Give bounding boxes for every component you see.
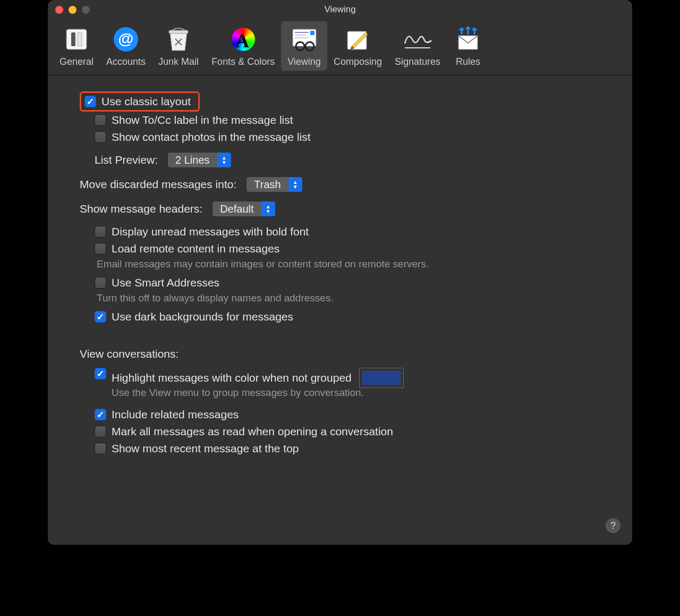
highlight-color-checkbox[interactable] (95, 368, 106, 379)
dark-backgrounds-checkbox[interactable] (95, 311, 106, 323)
svg-rect-0 (66, 29, 87, 49)
view-conversations-label: View conversations: (80, 348, 600, 360)
load-remote-description: Email messages may contain images or con… (97, 258, 600, 270)
smart-addresses-checkbox[interactable] (95, 277, 106, 289)
general-icon (62, 24, 91, 54)
preferences-toolbar: General @ Accounts Junk Mail (48, 19, 632, 75)
tab-junk-mail[interactable]: Junk Mail (152, 21, 205, 71)
discarded-value: Trash (246, 179, 288, 191)
tab-label: Composing (334, 56, 382, 67)
list-preview-select[interactable]: 2 Lines (167, 152, 232, 168)
show-to-cc-label: Show To/Cc label in the message list (112, 114, 293, 126)
smart-addresses-label: Use Smart Addresses (112, 276, 219, 289)
viewing-pane: Use classic layout Show To/Cc label in t… (48, 75, 632, 475)
include-related-checkbox[interactable] (95, 409, 106, 420)
include-related-label: Include related messages (112, 408, 239, 421)
stepper-arrows-icon (217, 153, 231, 167)
tab-fonts-colors[interactable]: A Fonts & Colors (205, 21, 281, 71)
list-preview-label: List Preview: (95, 154, 158, 166)
minimize-window-button[interactable] (69, 6, 76, 14)
headers-select[interactable]: Default (212, 201, 275, 217)
headers-value: Default (212, 203, 261, 215)
fonts-colors-icon: A (228, 24, 258, 54)
tab-viewing[interactable]: Viewing (281, 21, 327, 71)
zoom-window-button[interactable] (82, 6, 90, 14)
headers-label: Show message headers: (80, 202, 202, 215)
show-contact-photos-label: Show contact photos in the message list (112, 131, 311, 144)
close-window-button[interactable] (55, 6, 63, 14)
accounts-icon: @ (111, 24, 141, 54)
highlight-color-description: Use the View menu to group messages by c… (112, 387, 600, 399)
highlight-color-well[interactable] (359, 368, 404, 388)
composing-icon (343, 24, 372, 54)
tab-signatures[interactable]: Signatures (388, 21, 447, 71)
svg-rect-1 (71, 32, 75, 46)
rules-icon (453, 24, 483, 54)
list-preview-value: 2 Lines (168, 154, 217, 166)
svg-rect-5 (169, 30, 188, 33)
show-contact-photos-checkbox[interactable] (95, 131, 106, 143)
help-icon: ? (610, 520, 616, 531)
bold-unread-checkbox[interactable] (95, 226, 106, 238)
smart-addresses-description: Turn this off to always display names an… (97, 292, 600, 304)
preferences-window: Viewing General @ Accounts (48, 0, 632, 545)
window-title: Viewing (48, 4, 632, 15)
highlight-color-label: Highlight messages with color when not g… (112, 372, 352, 384)
svg-text:@: @ (118, 30, 133, 47)
tab-label: Signatures (395, 56, 440, 67)
mark-read-checkbox[interactable] (95, 426, 106, 437)
signatures-icon (403, 24, 432, 54)
stepper-arrows-icon (288, 177, 302, 192)
tab-label: Fonts & Colors (211, 56, 275, 67)
tab-rules[interactable]: Rules (447, 21, 489, 71)
discarded-label: Move discarded messages into: (80, 178, 236, 191)
discarded-select[interactable]: Trash (246, 176, 302, 192)
tab-label: Accounts (106, 56, 146, 67)
svg-rect-14 (310, 31, 314, 35)
tab-label: General (60, 56, 94, 67)
bold-unread-label: Display unread messages with bold font (112, 225, 309, 238)
svg-rect-2 (78, 32, 82, 46)
load-remote-label: Load remote content in messages (112, 242, 279, 255)
highlight-color-swatch (362, 370, 401, 385)
tab-composing[interactable]: Composing (327, 21, 388, 71)
viewing-icon (290, 24, 319, 54)
dark-backgrounds-label: Use dark backgrounds for messages (112, 310, 293, 323)
junk-mail-icon (164, 24, 193, 54)
classic-layout-checkbox[interactable] (84, 96, 96, 107)
load-remote-checkbox[interactable] (95, 243, 106, 255)
help-button[interactable]: ? (606, 518, 620, 533)
tab-accounts[interactable]: @ Accounts (100, 21, 152, 71)
svg-text:A: A (235, 30, 249, 52)
tab-label: Viewing (287, 56, 321, 67)
titlebar: Viewing (48, 0, 632, 19)
tab-label: Rules (456, 56, 480, 67)
recent-top-checkbox[interactable] (95, 443, 106, 454)
classic-layout-label: Use classic layout (101, 95, 191, 108)
show-to-cc-checkbox[interactable] (95, 114, 106, 126)
window-controls (55, 6, 90, 14)
mark-read-label: Mark all messages as read when opening a… (112, 425, 393, 438)
tab-label: Junk Mail (158, 56, 199, 67)
recent-top-label: Show most recent message at the top (112, 442, 299, 455)
classic-layout-highlight: Use classic layout (80, 91, 200, 112)
tab-general[interactable]: General (53, 21, 100, 71)
stepper-arrows-icon (261, 201, 275, 216)
